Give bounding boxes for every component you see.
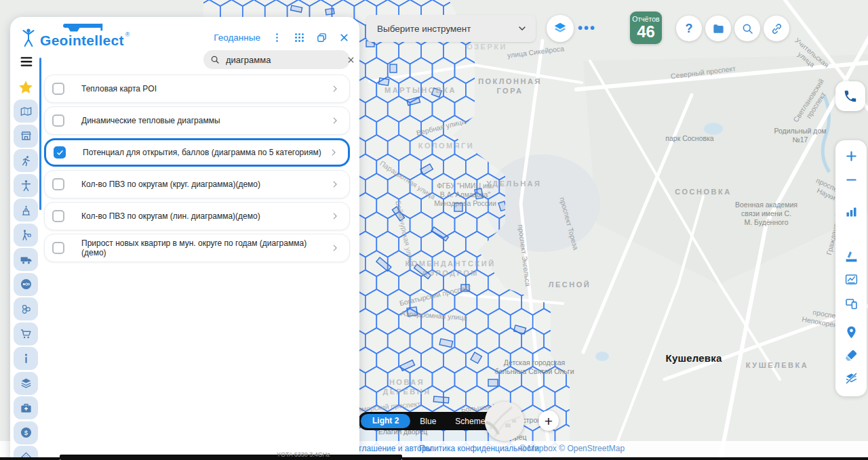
tool-select-value: Выберите инструмент: [377, 24, 517, 34]
devices-icon: [844, 297, 859, 311]
logo-bridge-icon: [44, 22, 124, 33]
layer-row[interactable]: Потенциал для открытия, баллов (диаграмм…: [44, 138, 350, 167]
devices-button[interactable]: [841, 293, 861, 314]
area-chart-icon: [844, 272, 859, 287]
rail-tool-pedestrian[interactable]: [14, 224, 38, 247]
diamond-icon: [20, 451, 33, 460]
layer-row[interactable]: Динамические тепловые диаграммы: [44, 106, 350, 135]
rail-tool-dollar[interactable]: $: [14, 421, 38, 444]
map-attribution[interactable]: © Mapbox © OpenStreetMap: [519, 444, 625, 453]
area-chart-button[interactable]: [841, 269, 861, 289]
rail-tool-case[interactable]: [14, 396, 38, 419]
layer-row[interactable]: Кол-во ПВЗ по округам (лин. диаграмма)(д…: [44, 202, 350, 230]
rail-tool-runner[interactable]: [14, 149, 38, 172]
rail-tool-brand-circle[interactable]: [14, 273, 38, 296]
map-style-light-2[interactable]: Light 2: [361, 414, 410, 428]
chevron-right-icon: [330, 243, 340, 253]
chevron-right-icon: [330, 116, 340, 125]
close-icon[interactable]: [338, 32, 350, 43]
rail-tool-store[interactable]: [14, 125, 38, 148]
checkbox-unchecked[interactable]: [52, 178, 64, 190]
cart-icon: [20, 327, 33, 340]
layer-row[interactable]: Кол-во ПВЗ по округам (круг. диаграмма)(…: [44, 170, 350, 198]
rail-tool-info[interactable]: [14, 347, 38, 370]
checkbox-unchecked[interactable]: [52, 210, 64, 222]
zoom-in-button[interactable]: [841, 146, 861, 166]
more-options-button[interactable]: •••: [578, 20, 596, 36]
reports-count: 46: [630, 23, 662, 41]
layer-row-label: Кол-во ПВЗ по округам (лин. диаграмма)(д…: [81, 211, 330, 221]
tools-rail: $: [10, 17, 40, 460]
folder-icon: [712, 22, 725, 35]
ruler-icon: [844, 249, 859, 264]
map-style-blue[interactable]: Blue: [410, 417, 446, 426]
svg-text:$: $: [24, 429, 28, 436]
clear-search-icon[interactable]: [347, 56, 355, 64]
link-icon: [770, 22, 783, 35]
checkbox-checked[interactable]: [54, 146, 66, 159]
map-style-switcher: Light 2BlueScheme: [358, 412, 504, 430]
chevron-right-icon: [330, 211, 340, 221]
panel-title-geodata[interactable]: Геоданные: [214, 33, 260, 43]
favorites-star-icon[interactable]: [18, 79, 34, 96]
hamburger-menu-icon[interactable]: [20, 56, 33, 67]
ruler-button[interactable]: [841, 246, 861, 266]
rail-tool-truck[interactable]: [14, 248, 38, 271]
chevron-right-icon: [330, 180, 340, 189]
layers-off-button[interactable]: [841, 368, 861, 388]
rail-tool-landmark[interactable]: [14, 198, 38, 222]
rail-scrollbar[interactable]: [39, 58, 41, 210]
help-button[interactable]: ?: [676, 16, 702, 41]
map-layers-button[interactable]: [547, 15, 574, 42]
layer-row-label: Кол-во ПВЗ по округам (круг. диаграмма)(…: [81, 180, 330, 189]
search-icon: [210, 55, 220, 64]
folder-button[interactable]: [705, 16, 731, 41]
rail-tool-diamond[interactable]: [14, 446, 38, 460]
layers-off-icon: [844, 371, 859, 385]
link-button[interactable]: [764, 16, 789, 41]
checkbox-unchecked[interactable]: [52, 114, 64, 127]
minimap-preview[interactable]: [485, 402, 524, 441]
rail-tool-layers[interactable]: [14, 372, 38, 395]
pin-button[interactable]: [841, 322, 861, 342]
zoom-out-button[interactable]: [841, 169, 861, 190]
rail-tool-cluster[interactable]: [14, 297, 38, 320]
truck-icon: [20, 253, 33, 266]
eraser-button[interactable]: [841, 345, 861, 365]
cluster-icon: [20, 303, 33, 316]
rail-tool-cart[interactable]: [14, 322, 38, 346]
apps-grid-icon[interactable]: [294, 32, 305, 43]
rail-tool-person[interactable]: [14, 174, 38, 197]
search-button[interactable]: [734, 16, 760, 41]
layer-row[interactable]: Тепловая карта POI: [44, 75, 350, 103]
add-style-button[interactable]: +: [538, 411, 559, 431]
phone-icon: [843, 89, 858, 104]
search-input[interactable]: [224, 54, 347, 66]
person-icon: [20, 179, 33, 192]
minus-icon: [844, 173, 859, 187]
checkbox-unchecked[interactable]: [52, 242, 64, 254]
plus-icon: [844, 149, 859, 163]
reports-badge[interactable]: Отчётов 46: [630, 12, 662, 44]
eraser-icon: [844, 348, 859, 362]
question-mark-icon: ?: [686, 22, 693, 36]
layer-row-label: Тепловая карта POI: [81, 84, 330, 93]
rail-tool-map-analytics[interactable]: [14, 100, 38, 123]
layer-search-field[interactable]: [203, 50, 350, 69]
minimap-thumbnail: [485, 402, 524, 441]
brand-registered-mark: ®: [125, 31, 130, 38]
window-restore-icon[interactable]: [316, 32, 328, 43]
phone-button[interactable]: [835, 81, 865, 111]
checkbox-unchecked[interactable]: [52, 83, 64, 95]
landmark-icon: [20, 204, 33, 217]
layer-row[interactable]: Прирост новых квартир в мун. округе по г…: [44, 234, 350, 262]
tool-select-dropdown[interactable]: Выберите инструмент: [366, 15, 536, 42]
kebab-menu-icon[interactable]: [271, 32, 283, 43]
bar-chart-button[interactable]: [841, 201, 861, 222]
brand-name: Geointellect: [40, 33, 124, 49]
layer-row-label: Динамические тепловые диаграммы: [81, 116, 330, 125]
bar-chart-icon: [844, 205, 859, 219]
map-analytics-icon: [20, 105, 33, 118]
geodata-panel: Geointellect ® Геоданные: [10, 17, 359, 460]
layers-icon: [20, 377, 33, 390]
